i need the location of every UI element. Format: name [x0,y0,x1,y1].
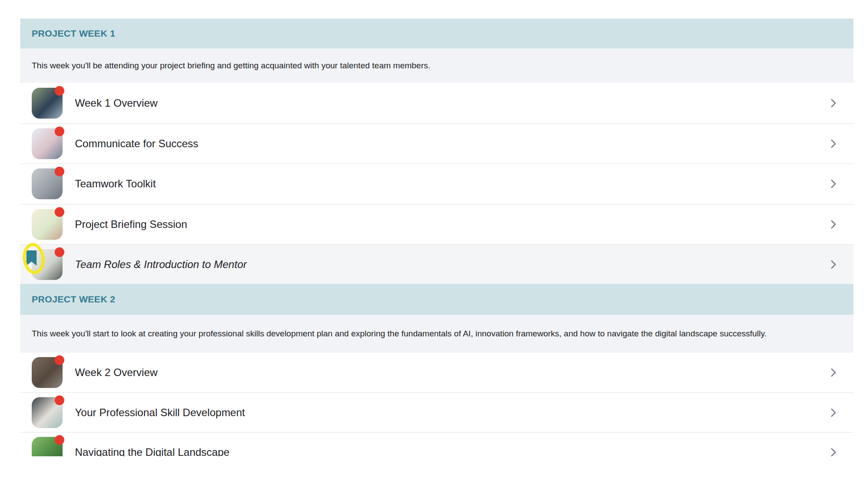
unread-dot-badge [55,355,64,365]
activity-row[interactable]: Communicate for Success [20,123,853,164]
chevron-right-icon[interactable] [827,406,839,419]
activity-row[interactable]: Navigating the Digital Landscape [20,432,853,456]
section-title: PROJECT WEEK 1 [32,28,115,39]
activity-row[interactable]: Your Professional Skill Development [20,392,853,432]
section-description-text: This week you'll be attending your proje… [32,61,430,71]
course-section: PROJECT WEEK 1 This week you'll be atten… [20,19,853,284]
activity-title: Communicate for Success [75,138,827,150]
activity-thumbnail [32,88,63,119]
chevron-right-icon[interactable] [827,446,839,457]
activity-title: Team Roles & Introduction to Mentor [75,258,827,271]
activity-title: Navigating the Digital Landscape [75,446,827,457]
chevron-right-icon[interactable] [827,366,839,379]
activity-thumbnail [32,209,63,240]
section-activity-list: Week 1 Overview Communicate for Success … [20,83,853,284]
section-header: PROJECT WEEK 1 [20,19,853,48]
course-section: PROJECT WEEK 2 This week you'll start to… [20,284,853,456]
chevron-right-icon[interactable] [827,258,839,271]
section-description: This week you'll be attending your proje… [20,48,853,83]
activity-thumbnail [32,437,63,457]
course-sections-list: PROJECT WEEK 1 This week you'll be atten… [20,19,853,456]
unread-dot-badge [55,435,64,445]
activity-row[interactable]: Teamwork Toolkit [20,164,853,204]
activity-row[interactable]: Week 2 Overview [20,353,853,392]
course-content-page: PROJECT WEEK 1 This week you'll be atten… [0,0,868,456]
activity-title: Week 2 Overview [75,366,827,379]
chevron-right-icon[interactable] [827,178,839,190]
section-header: PROJECT WEEK 2 [20,284,853,315]
activity-row[interactable]: Team Roles & Introduction to Mentor [20,244,853,284]
unread-dot-badge [55,395,64,405]
activity-row[interactable]: Week 1 Overview [20,83,853,123]
activity-title: Teamwork Toolkit [75,178,827,190]
activity-title: Project Briefing Session [75,218,827,231]
chevron-right-icon[interactable] [827,97,839,109]
unread-dot-badge [55,167,64,176]
unread-dot-badge [55,207,64,217]
activity-title: Week 1 Overview [75,97,827,109]
activity-title: Your Professional Skill Development [75,406,827,419]
activity-thumbnail [32,357,63,388]
section-activity-list: Week 2 Overview Your Professional Skill … [20,353,853,456]
section-description-text: This week you'll start to look at creati… [32,329,767,339]
activity-thumbnail [32,128,63,159]
chevron-right-icon[interactable] [827,138,839,150]
activity-thumbnail [32,249,63,280]
unread-dot-badge [55,86,64,96]
chevron-right-icon[interactable] [827,218,839,231]
unread-dot-badge [55,247,64,257]
unread-dot-badge [55,127,64,136]
section-title: PROJECT WEEK 2 [32,294,115,305]
activity-thumbnail [32,397,63,428]
activity-row[interactable]: Project Briefing Session [20,204,853,245]
activity-thumbnail [32,168,63,199]
section-description: This week you'll start to look at creati… [20,315,853,353]
